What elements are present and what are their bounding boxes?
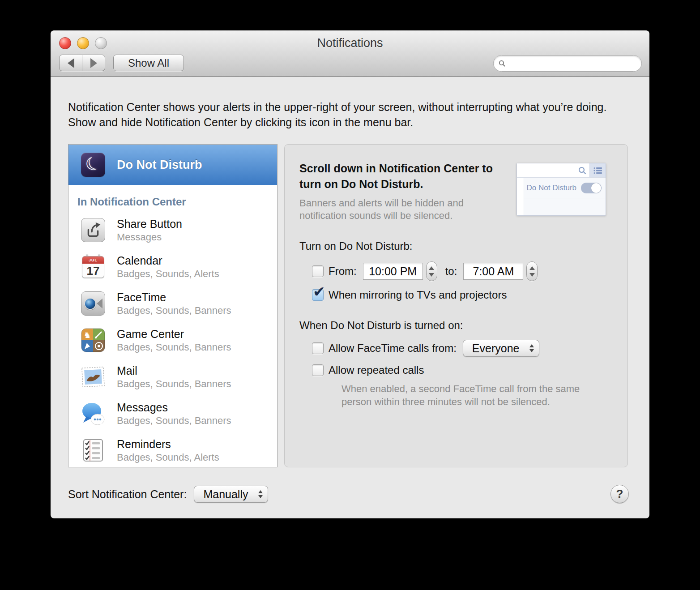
intro-text: Notification Center shows your alerts in… [68,99,631,130]
app-title: Reminders [117,438,219,451]
nav-segmented-control [59,55,105,71]
mirroring-label: When mirroring to TVs and projectors [329,289,507,301]
back-button[interactable] [60,55,82,71]
popup-arrows-icon [529,344,534,352]
sidebar-item-share-button[interactable]: Share Button Messages [68,212,277,248]
panel-subtext: Banners and alerts will be hidden and no… [299,197,492,222]
schedule-checkbox[interactable] [312,265,324,277]
app-detail: Badges, Sounds, Alerts [117,452,219,463]
svg-text:♞: ♞ [83,330,91,340]
turn-on-heading: Turn on Do Not Disturb: [299,240,627,252]
window-title: Notifications [51,36,649,50]
facetime-calls-popup-value: Everyone [472,342,520,355]
to-label: to: [445,265,457,278]
app-detail: Badges, Sounds, Banners [117,305,231,316]
preferences-window: Notifications Show All Notification Cent… [51,30,649,518]
sidebar-item-reminders[interactable]: Reminders Badges, Sounds, Alerts [68,432,277,467]
sidebar-item-mail[interactable]: Mail Badges, Sounds, Banners [68,359,277,395]
preview-dnd-toggle [581,183,602,193]
app-title: Mail [117,364,231,377]
app-list: Share Button Messages JUL 17 Calendar Ba… [68,212,277,467]
search-input[interactable] [505,58,641,69]
app-detail: Badges, Sounds, Banners [117,378,231,390]
sort-label: Sort Notification Center: [68,488,187,501]
mail-icon [81,364,106,390]
to-time-field[interactable] [463,263,523,280]
repeated-calls-checkbox[interactable] [312,364,324,376]
when-on-heading: When Do Not Disturb is turned on: [299,319,627,332]
mirroring-row: When mirroring to TVs and projectors [312,289,627,301]
notification-sources-list: ☾ Do Not Disturb In Notification Center … [68,144,277,467]
preview-list-button [589,163,606,177]
facetime-calls-label: Allow FaceTime calls from: [329,342,457,355]
sort-popup[interactable]: Manually [194,486,268,503]
app-detail: Badges, Sounds, Alerts [117,268,219,280]
forward-button[interactable] [82,55,105,71]
to-time-stepper[interactable] [526,261,538,281]
app-title: Calendar [117,254,219,267]
preview-search-icon [578,167,586,175]
sidebar-item-do-not-disturb[interactable]: ☾ Do Not Disturb [68,145,277,185]
app-title: FaceTime [117,291,231,304]
notification-center-preview: Do Not Disturb [516,163,606,216]
do-not-disturb-moon-icon: ☾ [81,153,105,177]
reminders-icon [81,438,105,462]
do-not-disturb-label: Do Not Disturb [117,158,202,172]
app-detail: Badges, Sounds, Banners [117,342,231,353]
panel-headline: Scroll down in Notification Center to tu… [299,161,510,192]
popup-arrows-icon [258,490,263,498]
game-center-icon: ♞ [81,328,105,352]
messages-icon [81,402,105,426]
app-title: Messages [117,401,231,414]
help-button[interactable]: ? [610,485,629,503]
facetime-calls-checkbox[interactable] [312,342,324,354]
preview-dnd-label: Do Not Disturb [527,184,576,192]
sidebar-item-game-center[interactable]: ♞ Game Center Badges, Sounds, Banners [68,322,277,359]
from-time-stepper[interactable] [426,261,437,281]
app-title: Share Button [117,218,182,231]
forward-arrow-icon [90,58,97,68]
do-not-disturb-settings-panel: Scroll down in Notification Center to tu… [284,144,628,467]
facetime-icon [81,291,105,316]
preview-sidebar-edge [517,178,524,215]
schedule-row: From: to: [312,261,627,281]
search-field[interactable] [493,55,642,72]
section-header-in-notification-center: In Notification Center [77,196,277,208]
sidebar-item-messages[interactable]: Messages Badges, Sounds, Banners [68,395,277,432]
app-detail: Messages [117,231,182,243]
footer: Sort Notification Center: Manually ? [68,484,632,504]
preview-search-bar [517,163,589,177]
app-title: Game Center [117,328,231,341]
sort-popup-value: Manually [203,488,248,501]
preview-dnd-row: Do Not Disturb [524,178,606,198]
show-all-button[interactable]: Show All [113,55,184,71]
from-label: From: [329,265,357,278]
from-time-field[interactable] [363,263,423,280]
facetime-calls-popup[interactable]: Everyone [463,340,540,357]
repeated-calls-row: Allow repeated calls [312,364,627,376]
repeated-calls-label: Allow repeated calls [329,364,424,376]
calendar-icon: JUL 17 [81,255,105,279]
sidebar-item-facetime[interactable]: FaceTime Badges, Sounds, Banners [68,285,277,322]
back-arrow-icon [68,58,74,68]
sidebar-item-calendar[interactable]: JUL 17 Calendar Badges, Sounds, Alerts [68,248,277,285]
facetime-calls-row: Allow FaceTime calls from: Everyone [312,340,627,357]
repeated-calls-note: When enabled, a second FaceTime call fro… [341,382,603,408]
mirroring-checkbox[interactable] [312,289,324,301]
search-icon [499,59,505,68]
share-icon [81,218,105,242]
app-detail: Badges, Sounds, Banners [117,415,231,427]
title-bar: Notifications Show All [51,30,649,77]
preview-list-icon [593,167,602,174]
